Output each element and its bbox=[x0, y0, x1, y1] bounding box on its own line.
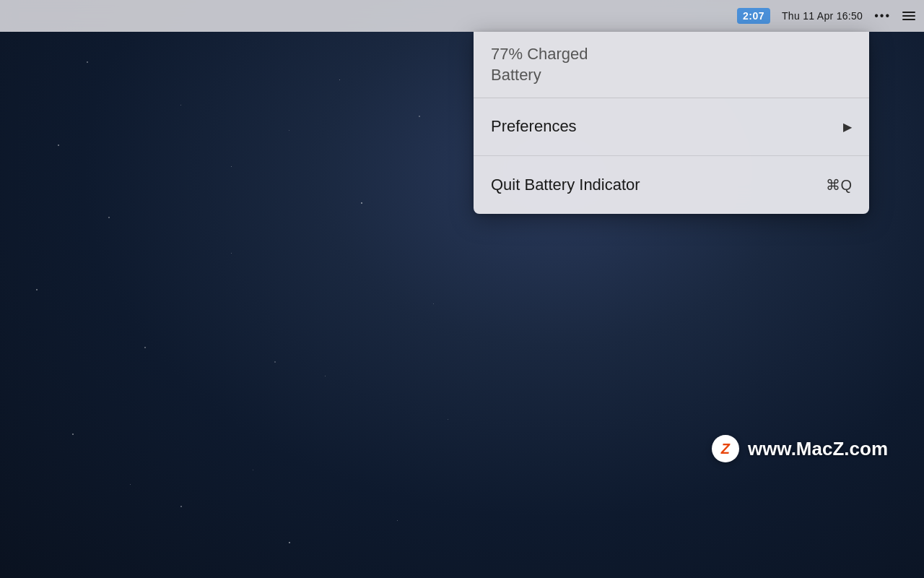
preferences-menu-item[interactable]: Preferences ▶ bbox=[474, 98, 869, 156]
quit-label: Quit Battery Indicator bbox=[491, 176, 640, 194]
menubar-datetime: Thu 11 Apr 16:50 bbox=[782, 10, 863, 22]
battery-percent-text: 77% Charged bbox=[491, 45, 852, 64]
quit-right: ⌘Q bbox=[826, 176, 852, 194]
preferences-label: Preferences bbox=[491, 117, 577, 136]
battery-dropdown-menu: 77% Charged Battery Preferences ▶ Quit B… bbox=[474, 32, 869, 214]
quit-shortcut: ⌘Q bbox=[826, 176, 852, 194]
battery-time-indicator[interactable]: 2:07 bbox=[737, 8, 770, 24]
macz-logo-icon: Z bbox=[712, 435, 739, 462]
menubar-line-1 bbox=[902, 12, 915, 13]
menubar-line-3 bbox=[902, 19, 915, 20]
battery-status-header: 77% Charged Battery bbox=[474, 32, 869, 98]
menubar-more-button[interactable]: ••• bbox=[874, 9, 891, 22]
menubar: 2:07 Thu 11 Apr 16:50 ••• bbox=[0, 0, 924, 32]
preferences-right: ▶ bbox=[840, 120, 852, 134]
preferences-submenu-arrow: ▶ bbox=[843, 120, 852, 134]
battery-label-text: Battery bbox=[491, 65, 852, 86]
menubar-line-2 bbox=[902, 15, 915, 17]
macz-watermark: Z www.MacZ.com bbox=[712, 435, 888, 462]
menubar-notification-center-button[interactable] bbox=[902, 12, 915, 20]
macz-url-text: www.MacZ.com bbox=[748, 438, 888, 460]
quit-menu-item[interactable]: Quit Battery Indicator ⌘Q bbox=[474, 156, 869, 214]
